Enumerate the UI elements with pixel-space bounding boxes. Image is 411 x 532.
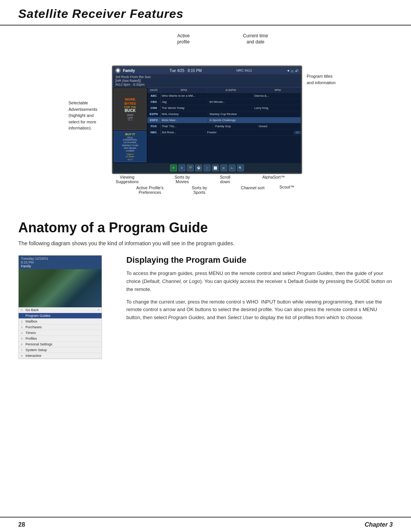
right-column: Displaying the Program Guide To access t… — [126, 255, 393, 326]
tv-ads-panel: MOREBYTES FOR THE BUCK deals Lyra RCA BU… — [113, 88, 147, 163]
toolbar-icon-sports[interactable]: ⚽ — [195, 165, 202, 171]
nbc-logo-icon — [115, 68, 121, 73]
displaying-guide-title: Displaying the Program Guide — [126, 255, 393, 265]
toolbar-callouts: ViewingSuggestions Active Profile'sPrefe… — [112, 174, 302, 204]
tv-guide-row-cbs: CBS Jag 60 Minute... — [147, 99, 301, 105]
tv-guide-header: 04/25 8PM 8:30PM 9PM — [147, 88, 301, 93]
anatomy-intro: The following diagram shows you the kind… — [18, 240, 393, 248]
tv-guide-row-abc: ABC Who Wants to be a Mill... Darma &... — [147, 93, 301, 99]
anatomy-title: Anatomy of a Program Guide — [18, 220, 393, 236]
tv-guide: 04/25 8PM 8:30PM 9PM ABC Who Wants to be… — [147, 88, 301, 163]
callout-scout: Scout™ — [276, 185, 298, 189]
tv-ad-buy: BUY IT ON📺 A PERSONALCD PLAYER,PERFECT F… — [114, 131, 147, 162]
callout-sorts-movies: Sorts byMovies — [169, 175, 196, 184]
menu-waterfall-image — [19, 269, 102, 307]
menu-items-list: 0 Go Back ? Program Guides 2 Mailbox — [19, 307, 102, 359]
callout-active-preferences: Active Profile'sPreferences — [133, 185, 167, 195]
page-title: Satellite Receiver Features — [18, 7, 393, 21]
toolbar-icon-scout[interactable]: 🔍 — [237, 165, 244, 171]
body-paragraph-2: To change the current user, press the re… — [126, 298, 393, 322]
tv-guide-row-espn: ESPN NHL Hockey Stanley Cup Review — [147, 111, 301, 117]
menu-item-personal-settings[interactable]: 6 Personal Settings — [19, 342, 102, 347]
tv-body: MOREBYTES FOR THE BUCK deals Lyra RCA BU… — [113, 88, 301, 163]
tv-guide-row-nbc: NBC 3rd Rock... Frasier ⊡ — [147, 129, 301, 136]
toolbar-icon-suggestions[interactable]: 👁 — [170, 165, 177, 171]
menu-item-purchases[interactable]: 3 Purchases — [19, 324, 102, 330]
tv-guide-row-esp2: ESP2 Moto Mad... X-Sports Challenge — [147, 117, 301, 123]
chapter-label: Chapter 3 — [365, 521, 393, 528]
tv-screen: Family Tue 4/25 8:15 PM NRC IN12 ◄ 📺 🔊 — [112, 66, 302, 174]
callout-active-profile: Active profile — [177, 33, 190, 45]
body-paragraph-1: To access the program guides, press MENU… — [126, 270, 393, 293]
callout-channel-sort: Channel sort — [237, 185, 268, 190]
callout-current-time: Current time and date — [243, 33, 268, 45]
tv-guide-row-fox: FOX That '70s... Family Guy Greed — [147, 123, 301, 129]
menu-item-go-back[interactable]: 0 Go Back ? — [19, 307, 102, 313]
header-icons: ◄ 📺 🔊 — [287, 69, 299, 72]
toolbar-icon-scroll[interactable]: ⬜ — [212, 165, 219, 171]
two-column-layout: Tuesday 12/25/01 8:15 PM Family 0 Go Bac… — [18, 255, 393, 359]
diagram-wrapper: Active profile Current time and date Sel… — [68, 33, 342, 204]
selectable-ads-callout: Selectable Advertisements (highlight and… — [68, 46, 107, 131]
toolbar-icon-channel-sort[interactable]: ⊞ — [220, 165, 227, 171]
tv-subheader: 3rd Rock From the Sun [NR (Not Rated)] I… — [113, 74, 301, 88]
tv-guide-row-cnn: CNN The World Today Larry King — [147, 105, 301, 111]
tv-screen-container: Family Tue 4/25 8:15 PM NRC IN12 ◄ 📺 🔊 — [112, 46, 302, 204]
left-column: Tuesday 12/25/01 8:15 PM Family 0 Go Bac… — [18, 255, 117, 359]
menu-item-system-setup[interactable]: 7 System Setup — [19, 347, 102, 353]
page-footer: 28 Chapter 3 — [0, 517, 411, 532]
callout-viewing-suggestions: ViewingSuggestions — [112, 175, 142, 184]
callout-sorts-sports: Sorts bySports — [186, 185, 213, 195]
menu-header-bar: Tuesday 12/25/01 8:15 PM Family — [19, 256, 102, 269]
page-header: Satellite Receiver Features — [0, 0, 411, 26]
menu-item-timers[interactable]: 4 Timers — [19, 330, 102, 336]
anatomy-section: Anatomy of a Program Guide The following… — [18, 216, 393, 359]
tv-toolbar: 👁 ⚙ 🎬 ⚽ ▽ ⬜ ⊞ A↓ 🔍 — [113, 163, 301, 173]
program-titles-callout: Program titles and information — [307, 46, 342, 86]
toolbar-icon-settings[interactable]: ⚙ — [178, 165, 185, 171]
toolbar-icon-alpha[interactable]: A↓ — [229, 165, 236, 171]
menu-item-program-guides[interactable]: Program Guides — [19, 313, 102, 319]
menu-item-mailbox[interactable]: 2 Mailbox — [19, 319, 102, 324]
diagram-section: Active profile Current time and date Sel… — [18, 33, 393, 204]
tv-header-bar: Family Tue 4/25 8:15 PM NRC IN12 ◄ 📺 🔊 — [113, 67, 301, 74]
menu-screenshot: Tuesday 12/25/01 8:15 PM Family 0 Go Bac… — [18, 255, 102, 359]
main-content: Active profile Current time and date Sel… — [0, 33, 411, 359]
callout-alphasort: AlphaSort™ — [260, 175, 287, 179]
toolbar-icon-filter[interactable]: ▽ — [204, 165, 210, 171]
menu-item-interactive[interactable]: 8 Interactive — [19, 353, 102, 359]
callout-scroll-down: Scrolldown — [215, 175, 236, 184]
menu-item-profiles[interactable]: 5 Profiles — [19, 336, 102, 342]
page-number: 28 — [18, 521, 25, 528]
tv-ad-main: MOREBYTES FOR THE BUCK deals Lyra RCA — [114, 88, 147, 130]
toolbar-icon-movies[interactable]: 🎬 — [187, 165, 194, 171]
